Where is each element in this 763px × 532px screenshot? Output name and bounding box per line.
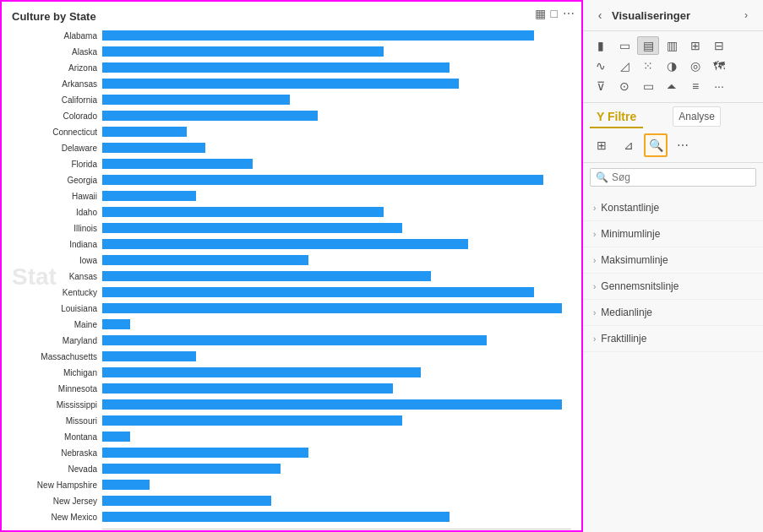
bar-row[interactable]: Arizona <box>14 60 571 75</box>
accordion-header[interactable]: ›Medianlinje <box>583 300 763 325</box>
viz-pie-icon[interactable]: ◑ <box>661 57 683 75</box>
bar-row[interactable]: Alabama <box>14 28 571 43</box>
bar-track <box>102 480 571 490</box>
viz-kpi-icon[interactable]: ⏶ <box>661 77 683 95</box>
viz-map-icon[interactable]: 🗺 <box>708 57 730 75</box>
bar-row[interactable]: New Mexico <box>14 509 571 524</box>
chart-panel: Culture by State ▦ □ ⋯ Stat AlabamaAlask… <box>0 0 583 532</box>
bar-row[interactable]: Michigan <box>14 365 571 380</box>
bar-label: Iowa <box>14 256 102 265</box>
bar-row[interactable]: Maine <box>14 317 571 332</box>
accordion-label: Gennemsnitslinje <box>601 280 753 292</box>
tab-analyse[interactable]: Analyse <box>673 106 721 127</box>
viz-bar-icon[interactable]: ▮ <box>590 36 612 55</box>
bar-track <box>102 287 571 297</box>
collapse-button[interactable]: ‹ <box>591 7 608 24</box>
bar-track <box>102 432 571 442</box>
accordion-item[interactable]: ›Minimumlinje <box>583 221 763 247</box>
bar-row[interactable]: Nebraska <box>14 445 571 460</box>
bar-track <box>102 383 571 394</box>
bar-row[interactable]: Iowa <box>14 252 571 268</box>
viz-stacked-col-icon[interactable]: ▥ <box>661 36 683 55</box>
bar-row[interactable]: Alaska <box>14 44 571 59</box>
bar-row[interactable]: New Jersey <box>14 493 571 508</box>
accordion-header[interactable]: ›Minimumlinje <box>583 221 763 247</box>
bar-track <box>102 191 571 201</box>
bar-row[interactable]: Florida <box>14 156 571 171</box>
panel-header: ‹ Visualiseringer › <box>583 0 763 31</box>
viz-donut-icon[interactable]: ◎ <box>684 57 706 75</box>
search-icon: 🔍 <box>596 171 608 183</box>
bar-row[interactable]: Idaho <box>14 204 571 220</box>
viz-column-icon[interactable]: ▭ <box>613 36 635 55</box>
viz-card-icon[interactable]: ▭ <box>637 77 659 95</box>
analytics-analysis-icon[interactable]: 🔍 <box>644 133 668 157</box>
accordion-item[interactable]: ›Gennemsnitslinje <box>583 274 763 300</box>
accordion-item[interactable]: ›Fraktillinje <box>583 326 763 352</box>
bar-row[interactable]: Illinois <box>14 220 571 236</box>
bar-fill <box>102 159 253 169</box>
panel-tabs: Y Filtre Analyse <box>583 103 763 128</box>
viz-stacked-bar-icon[interactable]: ▤ <box>637 36 659 55</box>
viz-gauge-icon[interactable]: ⊙ <box>613 77 635 95</box>
bar-track <box>102 79 571 89</box>
bar-fill <box>102 464 281 474</box>
analytics-more-icon[interactable]: ⋯ <box>671 133 695 157</box>
expand-panel-button[interactable]: › <box>738 7 755 24</box>
bar-row[interactable]: Louisiana <box>14 301 571 316</box>
bar-row[interactable]: Mississippi <box>14 397 571 412</box>
search-input[interactable] <box>612 171 750 183</box>
tab-filtre[interactable]: Y Filtre <box>590 106 643 128</box>
viz-area-icon[interactable]: ◿ <box>613 57 635 75</box>
bar-track <box>102 223 571 233</box>
bar-row[interactable]: New Hampshire <box>14 477 571 492</box>
accordion-item[interactable]: ›Medianlinje <box>583 300 763 326</box>
bar-row[interactable]: Georgia <box>14 172 571 187</box>
accordion-item[interactable]: ›Konstantlinje <box>583 195 763 221</box>
bar-label: Idaho <box>14 208 102 217</box>
bar-row[interactable]: Arkansas <box>14 76 571 91</box>
viz-more-icon[interactable]: ··· <box>708 77 730 95</box>
x-axis-ticks: 01020304050 <box>102 529 571 532</box>
bar-row[interactable]: Colorado <box>14 108 571 123</box>
bar-row[interactable]: Nevada <box>14 461 571 476</box>
viz-row-2: ∿ ◿ ⁙ ◑ ◎ 🗺 <box>590 57 756 75</box>
viz-funnel-icon[interactable]: ⊽ <box>590 77 612 95</box>
bar-track <box>102 367 571 377</box>
bar-track <box>102 143 571 153</box>
bar-row[interactable]: Indiana <box>14 236 571 252</box>
bar-row[interactable]: Connecticut <box>14 124 571 139</box>
accordion-header[interactable]: ›Gennemsnitslinje <box>583 274 763 299</box>
viz-scatter-icon[interactable]: ⁙ <box>637 57 659 75</box>
bar-track <box>102 207 571 217</box>
viz-table-icon[interactable]: ⊞ <box>684 36 706 55</box>
bar-track <box>102 255 571 265</box>
viz-matrix-icon[interactable]: ⊟ <box>708 36 730 55</box>
bar-row[interactable]: Maryland <box>14 333 571 348</box>
bar-row[interactable]: Kansas <box>14 269 571 284</box>
analytics-filter-icon[interactable]: ⊿ <box>617 133 640 157</box>
expand-icon[interactable]: □ <box>551 7 558 20</box>
accordion-item[interactable]: ›Maksimumlinje <box>583 247 763 274</box>
bar-row[interactable]: Kentucky <box>14 285 571 300</box>
bar-row[interactable]: Delaware <box>14 140 571 155</box>
analytics-table-icon[interactable]: ⊞ <box>590 133 613 157</box>
bar-row[interactable]: Massachusetts <box>14 349 571 364</box>
bar-label: Louisiana <box>14 304 102 313</box>
bar-row[interactable]: Hawaii <box>14 188 571 204</box>
accordion-header[interactable]: ›Konstantlinje <box>583 195 763 220</box>
filter-icon[interactable]: ▦ <box>535 7 546 20</box>
bar-label: Montana <box>14 432 102 442</box>
viz-line-icon[interactable]: ∿ <box>590 57 612 75</box>
viz-slicer-icon[interactable]: ≡ <box>684 77 706 95</box>
accordion-header[interactable]: ›Fraktillinje <box>583 326 763 351</box>
bar-row[interactable]: Missouri <box>14 413 571 428</box>
chart-icons: ▦ □ ⋯ <box>535 7 575 20</box>
bar-track <box>102 351 571 361</box>
accordion-header[interactable]: ›Maksimumlinje <box>583 247 763 273</box>
bar-row[interactable]: Montana <box>14 429 571 444</box>
bar-fill <box>102 207 384 217</box>
more-icon[interactable]: ⋯ <box>563 7 575 20</box>
bar-row[interactable]: Minnesota <box>14 381 571 396</box>
bar-row[interactable]: California <box>14 92 571 107</box>
